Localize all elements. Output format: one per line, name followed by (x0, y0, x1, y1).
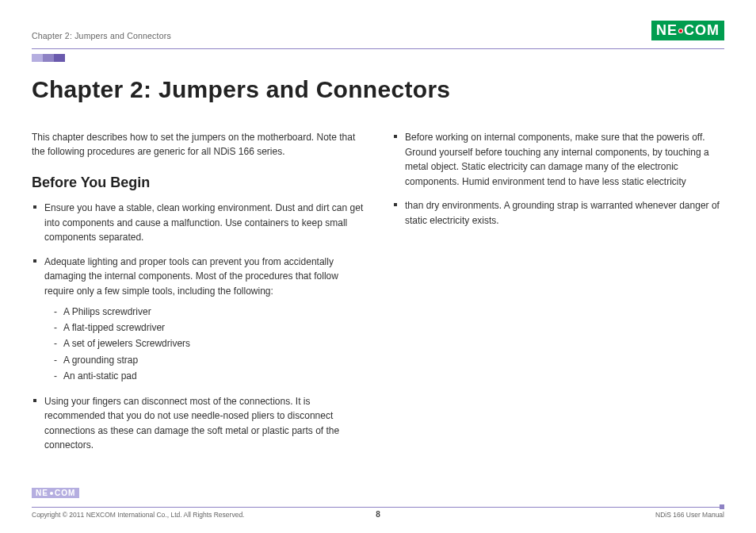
brand-logo: NE COM (651, 21, 724, 40)
content-columns: This chapter describes how to set the ju… (32, 130, 724, 462)
tools-sublist: A Philips screwdriver A flat-tipped scre… (44, 304, 364, 385)
footer-logo-right: COM (55, 489, 75, 497)
footer-logo-icon: NE COM (32, 488, 79, 498)
right-column: Before working on internal components, m… (392, 130, 724, 462)
header-bar: Chapter 2: Jumpers and Connectors NE COM (32, 21, 724, 44)
logo-dot-icon (678, 29, 683, 33)
precautions-list-right: Before working on internal components, m… (392, 130, 724, 228)
list-item: Adequate lighting and proper tools can p… (32, 255, 364, 385)
page-number: 8 (32, 510, 724, 519)
list-item: Before working on internal components, m… (392, 130, 724, 189)
tool-item: A grounding strap (54, 352, 364, 368)
logo-text-left: NE (656, 22, 678, 39)
list-item-text: Adequate lighting and proper tools can p… (44, 256, 338, 297)
footer-divider (32, 507, 724, 508)
breadcrumb: Chapter 2: Jumpers and Connectors (32, 31, 171, 40)
logo-text-right: COM (684, 22, 720, 39)
list-item: than dry environments. A grounding strap… (392, 198, 724, 228)
list-item: Ensure you have a stable, clean working … (32, 201, 364, 245)
precautions-list: Ensure you have a stable, clean working … (32, 201, 364, 453)
left-column: This chapter describes how to set the ju… (32, 130, 364, 462)
section-heading: Before You Begin (32, 174, 364, 191)
tool-item: A set of jewelers Screwdrivers (54, 336, 364, 351)
intro-paragraph: This chapter describes how to set the ju… (32, 130, 364, 159)
footer-logo-dot-icon (50, 492, 53, 495)
accent-squares-icon (32, 54, 724, 62)
tool-item: A flat-tipped screwdriver (54, 320, 364, 336)
list-item: Using your fingers can disconnect most o… (32, 394, 364, 453)
nexcom-logo-icon: NE COM (651, 21, 724, 40)
tool-item: A Philips screwdriver (54, 304, 364, 320)
footer: NE COM Copyright © 2011 NEXCOM Internati… (32, 491, 724, 519)
footer-logo-left: NE (36, 489, 48, 497)
tool-item: An anti-static pad (54, 368, 364, 384)
header-divider (32, 48, 724, 49)
chapter-title: Chapter 2: Jumpers and Connectors (32, 76, 724, 103)
